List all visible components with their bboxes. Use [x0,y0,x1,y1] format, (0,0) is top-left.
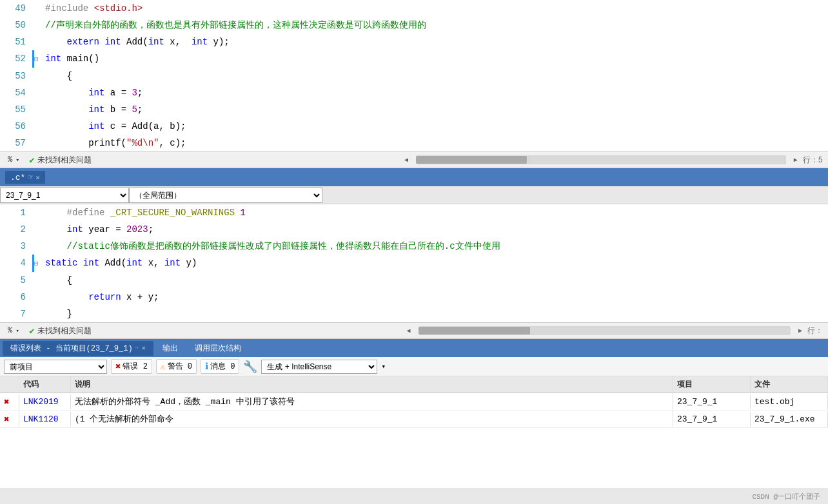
error-row-desc: 无法解析的外部符号 _Add，函数 _main 中引用了该符号 [71,393,673,410]
bottom-percent-label: % [8,326,12,335]
code-line: 4⊟static int Add(int x, int y) [0,255,828,272]
code-line: 7 } [0,305,828,322]
warn-filter-btn[interactable]: ⚠ 警告 0 [156,359,197,374]
error-status-icon: ✖ [4,414,9,425]
code-line: 3 //static修饰函数是把函数的外部链接属性改成了内部链接属性，使得函数只… [0,238,828,255]
line-content: return x + y; [43,289,828,305]
top-zoom-arrow[interactable]: ▾ [14,156,21,164]
editor2-pin[interactable]: ☞ [28,172,33,182]
bottom-status-ok: ✔ 未找到相关问题 [29,325,401,336]
editor2-close[interactable]: ✕ [35,173,40,182]
line-content: //声明来自外部的函数，函数也是具有外部链接属性的，这种属性决定函数是可以跨函数… [43,17,828,34]
col-desc-header: 说明 [71,376,673,393]
scope-left-dropdown[interactable]: 23_7_9_1 [0,188,129,203]
line-number: 56 [0,118,32,135]
top-ok-text: 未找到相关问题 [37,155,92,166]
line-content: printf("%d\n", c); [43,135,828,151]
bottom-check-icon: ✔ [29,325,34,336]
line-number: 52 [0,50,32,67]
error-rows-container: ✖LNK2019无法解析的外部符号 _Add，函数 _main 中引用了该符号2… [0,393,828,428]
bottom-code-area: 1 #define _CRT_SECURE_NO_WARNINGS 12 int… [0,204,828,322]
tab-callstack-label: 调用层次结构 [195,343,241,354]
col-icon-header [0,376,19,393]
top-editor: 49#include <stdio.h>50//声明来自外部的函数，函数也是具有… [0,0,828,168]
error-row-icon: ✖ [0,411,19,427]
error-row-file: test.obj [751,394,828,409]
scope-filter-dropdown[interactable]: 前项目 [4,360,107,374]
line-content: #define _CRT_SECURE_NO_WARNINGS 1 [43,204,828,221]
info-icon: ℹ [205,361,208,372]
bottom-horiz-scrollbar[interactable] [419,326,791,335]
line-number: 55 [0,101,32,118]
editor2-filename: .c* [10,173,25,182]
panel-tabs-bar: 错误列表 - 当前项目(23_7_9_1) ☞ ✕ 输出 调用层次结构 [0,339,828,357]
line-content: int a = 3; [43,84,828,101]
tab-callstack[interactable]: 调用层次结构 [187,341,249,356]
code-line: 49#include <stdio.h> [0,0,828,17]
bottom-status: CSDN @一口叮个团子 [0,489,828,504]
tab-output-label: 输出 [163,343,178,354]
top-horiz-scrollbar[interactable] [416,155,786,164]
code-line: 2 int year = 2023; [0,221,828,238]
error-filter-btn[interactable]: ✖ 错误 2 [111,359,152,374]
top-status-bar: % ▾ ✔ 未找到相关问题 ◀ ▶ 行：5 [0,151,828,168]
tab-error-close[interactable]: ☞ [135,344,139,352]
col-file-header: 文件 [751,376,828,393]
bottom-editor: 1 #define _CRT_SECURE_NO_WARNINGS 12 int… [0,204,828,339]
top-percent-label: % [8,155,12,164]
line-number: 57 [0,135,32,151]
code-line: 5 { [0,272,828,289]
error-row-code: LNK2019 [19,394,71,409]
error-row-icon: ✖ [0,394,19,410]
tab-output[interactable]: 输出 [155,341,186,356]
code-line: 56 int c = Add(a, b); [0,118,828,135]
error-row-desc: (1 个无法解析的外部命令 [71,411,673,427]
bottom-zoom-dropdown[interactable]: % ▾ [5,326,24,335]
line-content: static int Add(int x, int y) [43,255,828,271]
error-row-project: 23_7_9_1 [673,394,751,409]
bottom-scroll-right[interactable]: ▶ [798,327,802,334]
line-number: 54 [0,84,32,101]
bottom-panel: 错误列表 - 当前项目(23_7_9_1) ☞ ✕ 输出 调用层次结构 前项目 … [0,339,828,504]
fold-icon[interactable]: ⊟ [34,260,39,267]
info-filter-btn[interactable]: ℹ 消息 0 [201,359,239,374]
build-dropdown-arrow[interactable]: ▾ [381,362,386,371]
line-gutter: ⊟ [32,255,43,272]
build-filter-dropdown[interactable]: 生成 + IntelliSense [261,360,377,374]
code-line: 52⊟int main() [0,50,828,68]
error-table: 代码 说明 项目 文件 ✖LNK2019无法解析的外部符号 _Add，函数 _m… [0,376,828,489]
info-count-label: 消息 0 [210,361,235,372]
top-scroll-left[interactable]: ◀ [404,156,408,164]
top-zoom-dropdown[interactable]: % ▾ [5,155,24,164]
col-project-header: 项目 [673,376,751,393]
code-line: 6 return x + y; [0,289,828,305]
error-row-code: LNK1120 [19,412,71,427]
bottom-zoom-arrow[interactable]: ▾ [14,327,21,334]
error-count-label: 错误 2 [123,361,147,372]
scope-right-dropdown[interactable]: （全局范围） [129,188,322,203]
fold-icon[interactable]: ⊟ [34,55,39,63]
top-horiz-thumb [416,156,527,164]
line-number: 3 [0,238,32,255]
code-line: 53 { [0,68,828,84]
editor2-tab[interactable]: .c* ☞ ✕ [5,171,45,184]
table-row[interactable]: ✖LNK1120(1 个无法解析的外部命令23_7_9_123_7_9_1.ex… [0,411,828,428]
code-line: 54 int a = 3; [0,84,828,101]
top-code-area: 49#include <stdio.h>50//声明来自外部的函数，函数也是具有… [0,0,828,151]
line-number: 7 [0,305,32,322]
table-row[interactable]: ✖LNK2019无法解析的外部符号 _Add，函数 _main 中引用了该符号2… [0,393,828,411]
tab-error-x[interactable]: ✕ [142,344,146,352]
top-scroll-right[interactable]: ▶ [794,156,798,164]
line-content: extern int Add(int x, int y); [43,34,828,50]
warn-count-label: 警告 0 [168,361,192,372]
line-number: 51 [0,34,32,50]
tab-error-list-label: 错误列表 - 当前项目(23_7_9_1) [10,343,133,354]
line-number: 53 [0,68,32,84]
line-number: 2 [0,221,32,238]
line-number: 1 [0,204,32,221]
line-content: int b = 5; [43,101,828,118]
line-content: int c = Add(a, b); [43,118,828,135]
tab-error-list[interactable]: 错误列表 - 当前项目(23_7_9_1) ☞ ✕ [3,341,153,356]
bottom-scroll-left[interactable]: ◀ [407,327,411,334]
bottom-status-bar: % ▾ ✔ 未找到相关问题 ◀ ▶ 行： [0,322,828,339]
